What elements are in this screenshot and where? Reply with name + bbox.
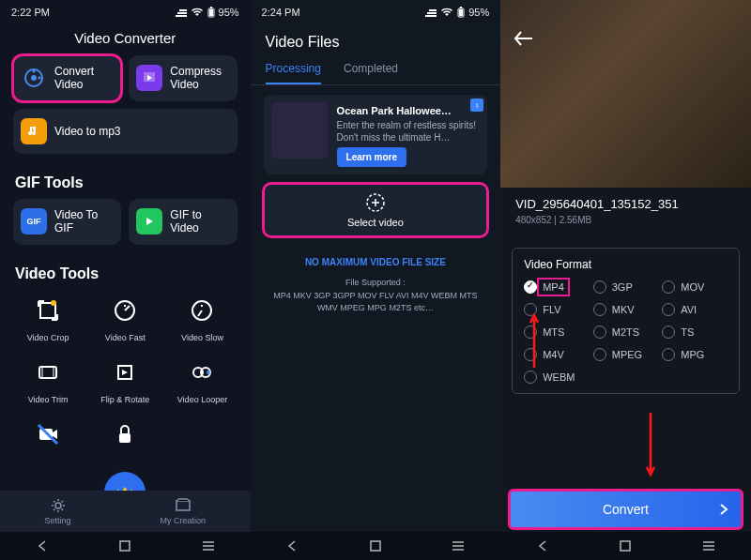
ad-learn-more[interactable]: Learn more [337, 147, 406, 167]
ad-image [271, 102, 328, 159]
tile-label: Video to mp3 [54, 125, 121, 138]
tab-completed[interactable]: Completed [344, 54, 398, 84]
ad-card[interactable]: Ocean Park Hallowee… Enter the realm of … [264, 95, 488, 174]
format-avi[interactable]: AVI [662, 303, 728, 316]
screen-home: 2:22 PM 95% Video Converter Convert Vide… [0, 0, 251, 560]
convert-label: Convert [603, 502, 649, 517]
home-icon[interactable] [370, 540, 381, 552]
crop-icon [31, 294, 65, 327]
format-3gp[interactable]: 3GP [593, 280, 659, 294]
video-to-gif-tile[interactable]: GIF Video To GIF [13, 199, 121, 245]
status-battery: 95% [468, 7, 489, 18]
back-icon[interactable] [36, 539, 49, 552]
mp3-icon [21, 118, 47, 144]
status-bar: 2:22 PM 95% [0, 0, 251, 24]
tile-label: Video To GIF [54, 208, 114, 235]
gif-tools-header: GIF Tools [0, 161, 251, 199]
back-icon[interactable] [536, 539, 549, 552]
tile-label: Convert Video [54, 65, 114, 92]
tool-extra1[interactable] [9, 414, 86, 455]
radio-icon [524, 371, 537, 384]
annotation-arrow [645, 413, 656, 478]
radio-icon [662, 280, 675, 294]
nav-setting[interactable]: Setting [45, 497, 71, 525]
radio-icon [593, 348, 606, 361]
recent-icon[interactable] [202, 540, 215, 552]
format-mov[interactable]: MOV [662, 280, 728, 294]
convert-video-tile[interactable]: Convert Video [13, 55, 121, 101]
radio-checked-icon [524, 280, 537, 294]
svg-rect-2 [210, 7, 212, 8]
ad-title: Ocean Park Hallowee… [337, 104, 481, 117]
tool-video-trim[interactable]: Video Trim [9, 352, 86, 408]
tile-label: GIF to Video [170, 208, 229, 235]
screen-files: 2:24 PM 95% Video Files Processing Compl… [251, 0, 501, 560]
recent-icon[interactable] [452, 540, 465, 552]
system-nav [500, 532, 751, 560]
video-preview[interactable] [500, 0, 751, 188]
tool-video-slow[interactable]: Video Slow [163, 290, 240, 346]
svg-rect-19 [176, 501, 190, 510]
ad-badge-icon[interactable]: i [470, 98, 483, 112]
radio-icon [593, 325, 606, 339]
tool-video-looper[interactable]: Video Looper [163, 352, 240, 408]
convert-icon [21, 65, 47, 91]
tab-processing[interactable]: Processing [266, 54, 321, 84]
format-mp4[interactable]: MP4 [524, 280, 590, 294]
annotation-arrow [529, 311, 540, 368]
page-title: Video Files [251, 24, 501, 53]
recent-icon[interactable] [702, 540, 715, 552]
status-time: 2:22 PM [11, 7, 50, 18]
loop-icon [185, 356, 219, 389]
app-title: Video Converter [0, 24, 251, 55]
flip-icon [108, 356, 142, 389]
video-sub: 480x852 | 2.56MB [515, 215, 736, 225]
tool-video-fast[interactable]: Video Fast [86, 290, 163, 346]
tool-extra2[interactable] [86, 414, 163, 455]
svg-rect-17 [119, 433, 130, 443]
svg-rect-22 [459, 9, 463, 16]
nav-creation[interactable]: My Creation [161, 497, 207, 525]
back-icon[interactable] [285, 539, 299, 552]
tile-label: Compress Video [170, 65, 229, 92]
svg-point-4 [31, 75, 37, 81]
video-meta: VID_295640401_135152_351 480x852 | 2.56M… [500, 188, 751, 235]
tool-video-crop[interactable]: Video Crop [9, 290, 86, 346]
format-webm[interactable]: WEBM [524, 371, 590, 384]
home-icon[interactable] [119, 540, 130, 552]
select-video-label: Select video [347, 217, 404, 228]
format-mpg[interactable]: MPG [662, 348, 728, 361]
format-mkv[interactable]: MKV [593, 303, 659, 316]
radio-icon [662, 348, 675, 361]
compress-video-tile[interactable]: Compress Video [129, 55, 237, 101]
video-tools-header: Video Tools [0, 252, 251, 290]
format-mpeg[interactable]: MPEG [593, 348, 659, 361]
status-battery: 95% [219, 7, 239, 18]
lock-icon [108, 417, 142, 451]
convert-button[interactable]: Convert [510, 491, 742, 528]
system-nav [251, 532, 501, 560]
svg-rect-25 [371, 541, 380, 551]
system-nav [0, 532, 251, 560]
video-icon [136, 208, 162, 235]
home-icon[interactable] [620, 540, 631, 552]
radio-icon [593, 280, 606, 294]
fast-icon [108, 294, 142, 327]
back-arrow-icon[interactable] [513, 30, 534, 47]
video-to-mp3-tile[interactable]: Video to mp3 [13, 109, 238, 154]
tool-flip-rotate[interactable]: Flip & Rotate [86, 352, 163, 408]
gif-to-video-tile[interactable]: GIF to Video [129, 199, 237, 245]
format-ts[interactable]: TS [662, 325, 728, 339]
status-bar: 2:24 PM 95% [251, 0, 501, 24]
radio-icon [593, 303, 606, 316]
select-video-button[interactable]: Select video [264, 184, 488, 236]
format-m2ts[interactable]: M2TS [593, 325, 659, 339]
video-tools-grid: Video Crop Video Fast Video Slow Video T… [0, 290, 251, 455]
ad-text: Ocean Park Hallowee… Enter the realm of … [337, 102, 481, 167]
supported-list: MP4 MKV 3GP 3GPP MOV FLV AVI M4V WEBM MT… [251, 290, 501, 315]
svg-rect-20 [120, 541, 130, 551]
svg-rect-26 [621, 541, 630, 551]
supported-h: File Supported : [251, 277, 501, 290]
status-time: 2:24 PM [262, 7, 300, 18]
slow-icon [185, 294, 219, 327]
